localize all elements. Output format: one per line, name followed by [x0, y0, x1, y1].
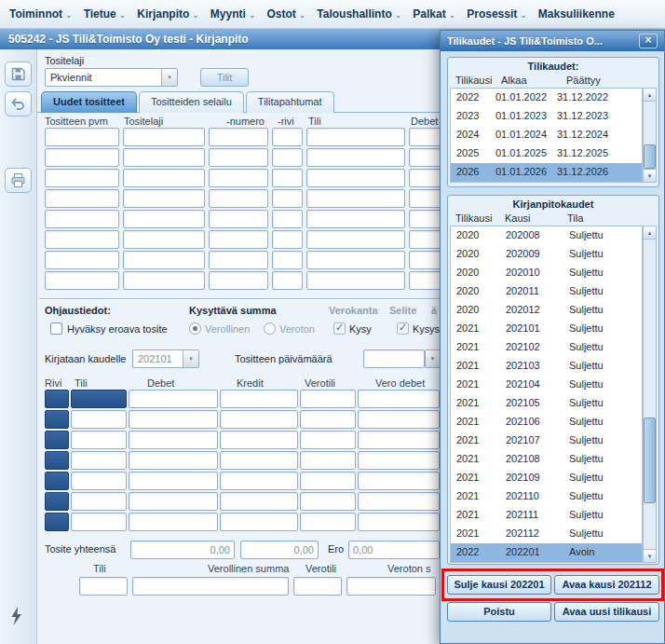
- kirjanpitokaudet-row[interactable]: 2020202010Suljettu: [451, 264, 642, 282]
- entry-cell-input[interactable]: [209, 169, 268, 187]
- kirjanpitokaudet-row[interactable]: 2022202201Avoin: [451, 543, 642, 562]
- entry-cell-input[interactable]: [123, 169, 205, 187]
- lines-cell-input[interactable]: [220, 390, 298, 408]
- paivamaara-input[interactable]: [363, 349, 425, 368]
- lines-cell-input[interactable]: [300, 492, 356, 511]
- lines-cell-input[interactable]: [71, 492, 127, 511]
- verollinen-summa-input[interactable]: [132, 577, 289, 596]
- hyvaksy-eroava-checkbox[interactable]: [50, 322, 62, 335]
- lines-cell-input[interactable]: [358, 513, 440, 531]
- entry-cell-input[interactable]: [272, 169, 303, 187]
- undo-button[interactable]: [5, 91, 32, 116]
- kirjanpitokaudet-scrollbar[interactable]: ▲ ▼: [643, 226, 657, 563]
- menu-item-ostot[interactable]: Ostot⌄: [261, 0, 311, 28]
- kirjanpitokaudet-row[interactable]: 2021202107Suljettu: [451, 432, 642, 450]
- kirjanpitokaudet-row[interactable]: 2020202008Suljettu: [451, 226, 642, 245]
- tab-tositteiden-selailu[interactable]: Tositteiden selailu: [139, 91, 244, 113]
- lines-selected-cell[interactable]: [71, 390, 127, 408]
- lines-cell-input[interactable]: [220, 451, 298, 470]
- entry-cell-input[interactable]: [272, 128, 303, 146]
- entry-cell-input[interactable]: [45, 271, 119, 290]
- entry-cell-input[interactable]: [45, 210, 119, 228]
- tab-uudet-tositteet[interactable]: Uudet tositteet: [41, 91, 137, 113]
- paivamaara-dropdown-icon[interactable]: ▾: [425, 349, 441, 368]
- entry-cell-input[interactable]: [306, 128, 405, 146]
- entry-cell-input[interactable]: [306, 230, 405, 249]
- kirjanpitokaudet-row[interactable]: 2021202105Suljettu: [451, 394, 642, 413]
- lines-cell-input[interactable]: [129, 472, 218, 490]
- tilikaudet-row[interactable]: 202201.01.202231.12.2022: [451, 89, 642, 107]
- entry-cell-input[interactable]: [306, 210, 405, 228]
- lines-selected-cell[interactable]: [45, 513, 69, 531]
- entry-cell-input[interactable]: [209, 189, 268, 208]
- menu-item-prosessit[interactable]: Prosessit⌄: [461, 0, 533, 28]
- vero-verotili-input[interactable]: [293, 577, 342, 596]
- poistu-button[interactable]: Poistu: [447, 602, 551, 622]
- entry-cell-input[interactable]: [45, 251, 119, 269]
- scroll-down-icon[interactable]: ▼: [644, 549, 656, 562]
- lines-cell-input[interactable]: [71, 513, 127, 531]
- lines-cell-input[interactable]: [358, 390, 440, 408]
- menu-item-kirjanpito[interactable]: Kirjanpito⌄: [131, 0, 205, 28]
- tab-tilitapahtumat[interactable]: Tilitapahtumat: [246, 91, 334, 113]
- kirjanpitokaudet-row[interactable]: 2021202111Suljettu: [451, 506, 642, 525]
- menu-item-myynti[interactable]: Myynti⌄: [205, 0, 262, 28]
- scrollbar-thumb[interactable]: [644, 144, 656, 169]
- entry-cell-input[interactable]: [45, 230, 119, 249]
- entry-cell-input[interactable]: [209, 271, 268, 290]
- kirjanpitokaudet-row[interactable]: 2021202108Suljettu: [451, 450, 642, 469]
- lines-cell-input[interactable]: [300, 513, 356, 531]
- entry-cell-input[interactable]: [209, 148, 268, 167]
- veroton-radio[interactable]: [264, 322, 276, 335]
- entry-cell-input[interactable]: [272, 189, 303, 208]
- tilikaudet-row[interactable]: 202401.01.202431.12.2024: [451, 126, 642, 144]
- menu-item-palkat[interactable]: Palkat⌄: [407, 0, 461, 28]
- lines-cell-input[interactable]: [358, 472, 440, 490]
- kirjanpitokaudet-row[interactable]: 2021202109Suljettu: [451, 469, 642, 487]
- entry-cell-input[interactable]: [209, 210, 268, 228]
- lines-selected-cell[interactable]: [45, 410, 69, 429]
- lines-cell-input[interactable]: [220, 472, 298, 490]
- vero-tili-input[interactable]: [79, 577, 128, 596]
- menu-item-maksuliikenne[interactable]: Maksuliikenne: [533, 0, 620, 28]
- entry-cell-input[interactable]: [272, 251, 303, 269]
- lines-cell-input[interactable]: [71, 472, 127, 490]
- kirjanpitokaudet-row[interactable]: 2021202103Suljettu: [451, 357, 642, 376]
- kausi-dropdown-icon[interactable]: ▾: [183, 350, 198, 367]
- lines-cell-input[interactable]: [129, 492, 218, 511]
- kirjanpitokaudet-row[interactable]: 2021202106Suljettu: [451, 413, 642, 432]
- entry-cell-input[interactable]: [45, 128, 119, 146]
- entry-cell-input[interactable]: [272, 230, 303, 249]
- lines-cell-input[interactable]: [220, 431, 298, 449]
- tositelaji-dropdown-icon[interactable]: ▾: [161, 69, 177, 86]
- kirjanpitokaudet-row[interactable]: 2021202102Suljettu: [451, 338, 642, 357]
- print-button[interactable]: [5, 168, 32, 193]
- menu-item-tietue[interactable]: Tietue⌄: [78, 0, 132, 28]
- tilikaudet-scrollbar[interactable]: ▲ ▼: [643, 88, 657, 183]
- entry-cell-input[interactable]: [123, 128, 205, 146]
- entry-cell-input[interactable]: [123, 230, 205, 249]
- menu-item-toiminnot[interactable]: Toiminnot⌄: [4, 0, 78, 28]
- lines-cell-input[interactable]: [129, 431, 218, 449]
- entry-cell-input[interactable]: [123, 251, 205, 269]
- lines-cell-input[interactable]: [129, 513, 218, 531]
- scroll-down-icon[interactable]: ▼: [644, 169, 656, 182]
- lines-cell-input[interactable]: [129, 451, 218, 470]
- entry-cell-input[interactable]: [123, 148, 205, 167]
- save-button[interactable]: [5, 62, 32, 87]
- lines-selected-cell[interactable]: [45, 492, 69, 511]
- entry-cell-input[interactable]: [306, 189, 405, 208]
- kirjanpitokaudet-row[interactable]: 2021202112Suljettu: [451, 525, 642, 543]
- entry-cell-input[interactable]: [45, 169, 119, 187]
- lines-cell-input[interactable]: [300, 390, 356, 408]
- tilit-button[interactable]: Tilit: [200, 68, 249, 87]
- kirjanpitokaudet-row[interactable]: 2020202009Suljettu: [451, 245, 642, 264]
- tilikaudet-row[interactable]: 202301.01.202331.12.2023: [451, 107, 642, 126]
- lines-cell-input[interactable]: [71, 451, 127, 470]
- entry-cell-input[interactable]: [123, 271, 205, 290]
- kirjanpitokaudet-row[interactable]: 2020202012Suljettu: [451, 301, 642, 320]
- scroll-up-icon[interactable]: ▲: [644, 89, 656, 102]
- lines-cell-input[interactable]: [300, 472, 356, 490]
- lines-cell-input[interactable]: [358, 492, 440, 511]
- verollinen-radio[interactable]: [189, 322, 201, 335]
